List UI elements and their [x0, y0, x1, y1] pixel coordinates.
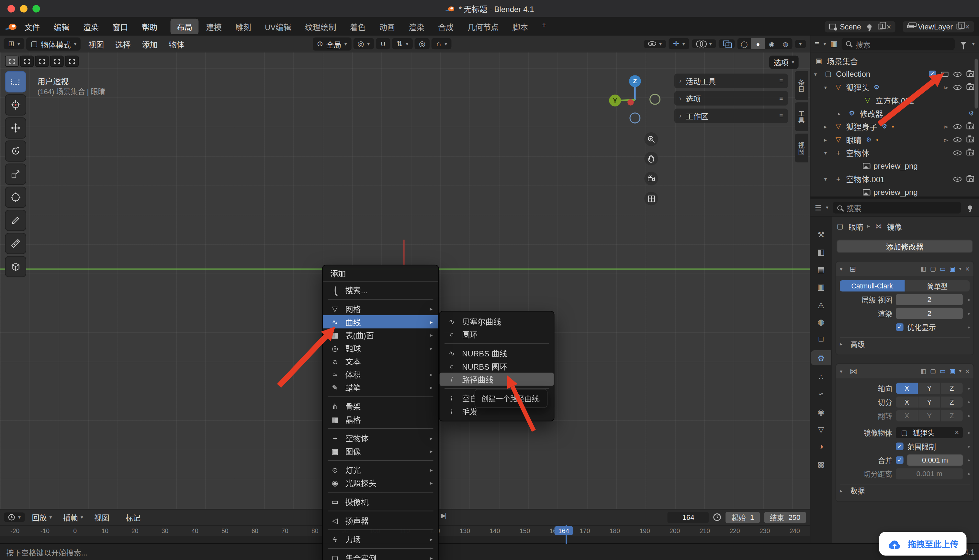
zoom-window-button[interactable] — [32, 5, 40, 12]
visibility-dropdown[interactable]: ▾ — [644, 40, 666, 48]
zoom-button[interactable] — [644, 132, 658, 146]
submenu-item[interactable]: / 路径曲线 — [440, 373, 554, 385]
disable-render-icon[interactable] — [966, 84, 974, 90]
workspace-tab[interactable]: 纹理绘制 — [299, 19, 342, 34]
mode-dropdown[interactable]: ▢ 物体模式 ▾ — [26, 37, 81, 50]
show-viewport-toggle[interactable]: ▭ — [940, 265, 946, 272]
sidebar-tab[interactable]: 视图 — [795, 134, 808, 162]
particles-tab[interactable]: ∴ — [812, 370, 830, 383]
outliner-row-fox-head[interactable]: ▾ ▽ 狐狸头 ⚙ ▻ — [811, 81, 979, 93]
timeline-menu[interactable]: 标记 ▾ — [120, 512, 151, 522]
output-tab[interactable]: ▤ — [812, 263, 830, 275]
axis-y-button[interactable]: Y — [919, 383, 941, 394]
timeline-menu[interactable]: 视图 ▾ — [89, 512, 120, 522]
frame-end-field[interactable]: 结束 250 — [764, 512, 806, 523]
merge-checkbox[interactable]: ✓ — [896, 457, 903, 464]
catmull-clark-button[interactable]: Catmull-Clark — [840, 280, 904, 292]
show-render-toggle[interactable]: ▣ — [949, 265, 955, 272]
constraints-tab[interactable]: ◉ — [812, 405, 830, 418]
expand-icon[interactable]: ▾ — [814, 71, 821, 77]
menubar-menu[interactable]: 文件 — [17, 17, 47, 36]
workspace-tab[interactable]: 雕刻 — [229, 19, 257, 34]
transform-tool[interactable] — [5, 187, 26, 208]
add-menu-item[interactable]: ⊙ 灯光 ▸ — [323, 463, 439, 477]
view-layer-tab[interactable]: ▥ — [812, 280, 830, 293]
new-scene-icon[interactable] — [878, 23, 883, 29]
data-tab[interactable]: ▽ — [812, 423, 830, 435]
disable-render-icon[interactable] — [966, 71, 974, 77]
workspace-tab[interactable]: 渲染 — [402, 19, 430, 34]
timeline-editor-button[interactable]: ▾ — [4, 512, 25, 522]
disable-render-icon[interactable] — [966, 150, 974, 155]
clipping-checkbox[interactable]: ✓ — [896, 442, 903, 450]
add-menu-item[interactable]: ▭ 摄像机 ▸ — [323, 495, 439, 508]
add-cube-tool[interactable] — [5, 256, 26, 277]
overlays-dropdown[interactable]: ▾ — [692, 39, 716, 48]
flip-x-button[interactable]: X — [896, 410, 918, 422]
add-menu-item[interactable]: + 空物体 ▸ — [323, 432, 439, 445]
optimal-display-checkbox[interactable]: ✓ — [896, 323, 903, 331]
filter-icon[interactable] — [960, 42, 966, 46]
eye-icon[interactable] — [954, 85, 962, 89]
expand-icon[interactable]: ▸ — [838, 110, 844, 116]
show-edit-mode-toggle[interactable]: ▢ — [930, 265, 936, 272]
rotate-tool[interactable] — [5, 140, 26, 162]
object-tab[interactable]: □ — [812, 333, 830, 345]
extras-dropdown-icon[interactable]: ▾ — [959, 368, 962, 374]
viewport-menu[interactable]: 物体 — [163, 38, 190, 50]
remove-modifier-icon[interactable]: × — [966, 367, 970, 375]
add-menu-item[interactable]: ∿ 曲线 ▸ — [323, 315, 439, 328]
menubar-menu[interactable]: 渲染 — [76, 17, 105, 36]
collapsed-panel[interactable]: › 工作区 ≡ — [674, 109, 788, 123]
viewport-menu[interactable]: 添加 — [136, 38, 163, 50]
show-on-cage-toggle[interactable]: ◧ — [921, 368, 926, 375]
selectable-icon[interactable]: ▻ — [944, 136, 948, 142]
pan-button[interactable] — [644, 152, 658, 165]
animate-dot[interactable] — [968, 459, 970, 461]
rendered-shading-button[interactable]: ◍ — [779, 38, 792, 50]
outliner-row-empty[interactable]: ▾ + 空物体 — [811, 146, 979, 159]
eye-icon[interactable] — [954, 137, 962, 142]
eye-icon[interactable] — [954, 177, 962, 181]
new-view-layer-icon[interactable] — [957, 23, 962, 29]
scene-tab[interactable]: ◬ — [812, 298, 830, 310]
sidebar-tab[interactable]: 工具 — [795, 102, 808, 131]
submenu-item[interactable]: ○ NURBS 圆环 — [440, 360, 554, 373]
selectable-icon[interactable]: ▻ — [944, 84, 948, 90]
measure-tool[interactable] — [5, 233, 26, 254]
remove-modifier-icon[interactable]: × — [966, 265, 970, 273]
data-subpanel[interactable]: ▸ 数据 — [840, 484, 970, 497]
animate-dot[interactable] — [968, 432, 970, 434]
outliner-row-scene-collection[interactable]: ▣ 场景集合 — [811, 54, 979, 67]
wireframe-shading-button[interactable]: ◯ — [737, 38, 751, 50]
select-mode-invert-button[interactable] — [50, 56, 63, 67]
merge-distance-field[interactable]: 0.001 m — [907, 455, 963, 466]
hide-viewport-icon[interactable] — [941, 72, 948, 77]
flip-z-button[interactable]: Z — [941, 410, 963, 422]
material-shading-button[interactable]: ◉ — [765, 38, 778, 50]
properties-editor-icon[interactable]: ☰ — [815, 203, 822, 212]
tool-tab[interactable]: ⚒ — [812, 228, 830, 240]
add-menu-item[interactable]: ✎ 蜡笔 ▸ — [323, 381, 439, 394]
bisect-y-button[interactable]: Y — [919, 397, 941, 408]
properties-search-input[interactable]: 搜索 — [833, 202, 961, 213]
gizmos-dropdown[interactable]: ✛▾ — [669, 38, 689, 50]
add-menu-item[interactable]: ϟ 力场 ▸ — [323, 532, 439, 546]
animate-dot[interactable] — [968, 445, 970, 447]
simple-button[interactable]: 简单型 — [905, 280, 970, 292]
axis-z-button[interactable]: Z — [941, 383, 963, 394]
menubar-menu[interactable]: 帮助 — [135, 17, 165, 36]
blender-menu-icon[interactable] — [5, 22, 17, 31]
animate-dot[interactable] — [968, 326, 970, 328]
submenu-item[interactable]: ∿ 贝塞尔曲线 — [440, 315, 554, 328]
animate-dot[interactable] — [968, 401, 970, 403]
show-viewport-toggle[interactable]: ▭ — [940, 368, 946, 375]
scale-tool[interactable] — [5, 163, 26, 185]
workspace-tab[interactable]: 几何节点 — [461, 19, 505, 34]
transform-orientation-dropdown[interactable]: ⊕全局▾ — [312, 37, 351, 50]
bisect-x-button[interactable]: X — [896, 397, 918, 408]
annotate-tool[interactable] — [5, 210, 26, 231]
proportional-falloff-dropdown[interactable]: ∩▾ — [432, 38, 452, 50]
add-menu-item[interactable]: ▣ 图像 ▸ — [323, 445, 439, 458]
mirror-object-field[interactable]: ▢ 狐狸头 × — [896, 427, 962, 438]
